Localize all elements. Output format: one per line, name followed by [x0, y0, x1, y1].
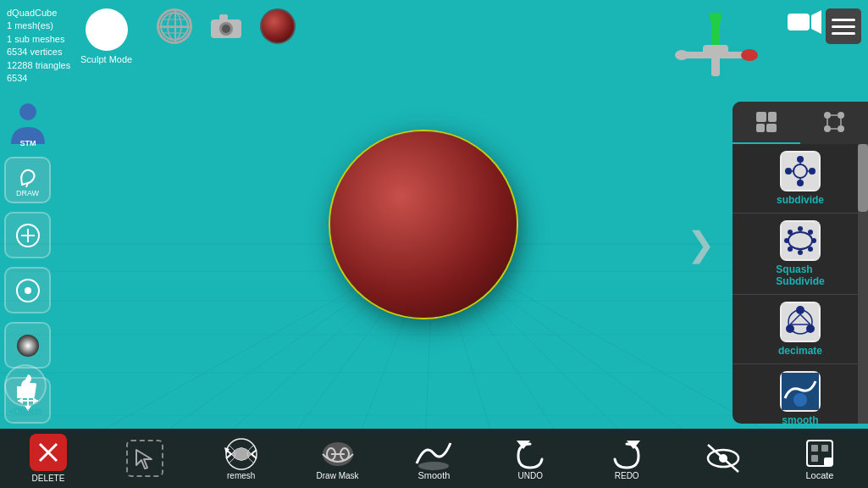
smooth-panel-button[interactable]: smooth [733, 364, 868, 424]
smooth-label: Smooth [417, 470, 450, 480]
hide-button[interactable] [698, 441, 749, 475]
sculpt-mode-label: Sculpt Mode [80, 54, 132, 64]
redo-button[interactable]: REDO [601, 437, 652, 480]
svg-rect-27 [788, 14, 810, 30]
svg-point-75 [798, 250, 803, 255]
nav-arrow-right[interactable]: ❯ [687, 225, 716, 263]
remesh-button[interactable]: remesh [216, 437, 267, 480]
redo-icon [608, 437, 645, 471]
svg-marker-97 [224, 447, 229, 454]
mesh-info: dQuadCube 1 mesh(es) 1 sub meshes 6534 v… [7, 7, 70, 85]
sculpt-mode-button[interactable]: Sculpt Mode [80, 8, 132, 64]
pivot-tool[interactable] [665, 13, 766, 84]
mesh-info-line1: dQuadCube [7, 7, 70, 19]
svg-point-91 [793, 393, 807, 407]
bottom-toolbar: DELETE remesh [0, 429, 868, 488]
video-camera-button[interactable] [786, 8, 821, 39]
cursor-tool-button[interactable] [119, 440, 170, 477]
smooth-button[interactable]: Smooth [408, 436, 459, 480]
add-button[interactable] [4, 212, 51, 258]
svg-text:STM: STM [19, 139, 36, 147]
cursor-svg [133, 446, 157, 470]
svg-point-78 [788, 230, 793, 235]
view-tab-icon [755, 110, 778, 134]
svg-point-19 [168, 13, 181, 40]
light-button[interactable] [4, 322, 51, 369]
objects-plus-icon [4, 364, 47, 407]
svg-point-76 [784, 238, 789, 243]
decimate-svg [782, 303, 819, 341]
top-toolbar [157, 8, 296, 44]
squash-subdivide-button[interactable]: SquashSubdivide [733, 214, 868, 295]
hamburger-line-3 [832, 32, 855, 35]
svg-point-57 [838, 125, 844, 132]
svg-rect-51 [768, 112, 777, 122]
undo-icon [511, 437, 549, 471]
light-icon [16, 334, 40, 358]
svg-rect-52 [756, 124, 765, 132]
subdivide-icon [780, 151, 821, 191]
svg-point-56 [824, 125, 831, 132]
delete-icon [30, 434, 67, 471]
camera-icon [209, 13, 243, 40]
mesh-info-line6: 6534 [7, 72, 70, 85]
squash-subdivide-svg [782, 222, 819, 259]
delete-button[interactable]: DELETE [23, 434, 74, 483]
thumbs-up-icon [13, 373, 38, 398]
pivot-icon [665, 13, 766, 80]
hamburger-menu-button[interactable] [826, 8, 861, 44]
svg-point-42 [25, 287, 31, 294]
draw-icon [15, 164, 41, 189]
svg-point-55 [838, 112, 844, 119]
decimate-button[interactable]: decimate [733, 295, 868, 364]
smooth-icon [780, 371, 821, 412]
stm-button[interactable]: STM [4, 102, 51, 148]
hide-icon [705, 441, 742, 475]
svg-point-77 [811, 238, 816, 243]
svg-marker-95 [136, 450, 152, 469]
globe-button[interactable] [157, 8, 192, 44]
tab-nodes[interactable] [800, 102, 868, 144]
tab-view[interactable] [733, 102, 800, 144]
objects-button[interactable]: +Objects [4, 364, 47, 416]
right-panel-scrollbar[interactable] [858, 144, 868, 424]
right-panel-tabs [733, 102, 868, 144]
right-panel-items: subdivide [733, 144, 868, 424]
draw-mask-icon [319, 437, 357, 471]
right-panel: subdivide [733, 102, 868, 424]
svg-rect-110 [821, 445, 828, 452]
draw-mask-button[interactable]: Draw Mask [312, 437, 363, 480]
globe-icon [159, 11, 190, 42]
material-ball-button[interactable] [260, 8, 296, 44]
mesh-info-line5: 12288 triangles [7, 59, 70, 72]
dot-button[interactable] [4, 267, 51, 313]
svg-rect-112 [824, 458, 832, 466]
scrollbar-thumb[interactable] [858, 144, 868, 212]
video-camera-icon [786, 8, 821, 36]
svg-rect-26 [219, 14, 228, 20]
squash-subdivide-icon [780, 220, 821, 261]
mesh-info-line2: 1 mesh(es) [7, 19, 70, 32]
cursor-icon [126, 440, 163, 477]
smooth-bottom-icon [412, 436, 455, 470]
svg-marker-28 [811, 10, 821, 34]
svg-rect-35 [711, 55, 720, 76]
camera-button[interactable] [209, 13, 243, 40]
svg-point-86 [786, 324, 794, 333]
mesh-info-line3: 1 sub meshes [7, 33, 70, 46]
undo-button[interactable]: UNDO [505, 437, 556, 480]
svg-point-81 [808, 247, 813, 252]
draw-button[interactable]: DRAW [4, 157, 51, 203]
svg-point-33 [675, 50, 688, 60]
svg-point-54 [824, 112, 831, 119]
subdivide-label: subdivide [777, 194, 824, 206]
sculpt-mode-icon [86, 8, 128, 51]
undo-label: UNDO [518, 471, 543, 480]
draw-label: DRAW [16, 189, 39, 197]
subdivide-button[interactable]: subdivide [733, 144, 868, 214]
sphere-object[interactable] [330, 131, 517, 318]
locate-button[interactable]: Locate [794, 436, 845, 480]
svg-point-79 [808, 230, 813, 235]
stm-icon: STM [7, 102, 49, 148]
svg-point-80 [788, 247, 793, 252]
